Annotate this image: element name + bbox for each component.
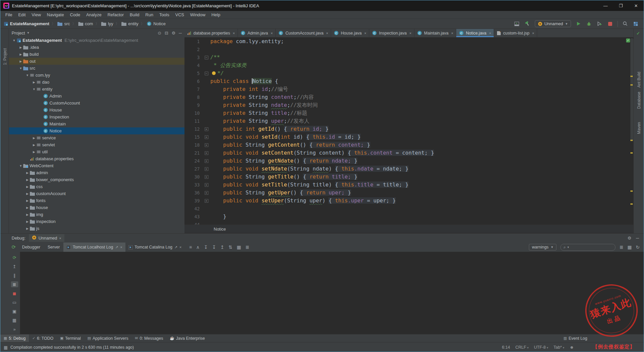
minimize-button[interactable]: — <box>598 0 613 11</box>
editor-tab-notice-java[interactable]: CNotice.java× <box>456 29 494 37</box>
tree-expanded-arrow[interactable]: ▼ <box>12 39 17 42</box>
fold-marker[interactable]: + <box>202 173 210 181</box>
tree-row-inspection[interactable]: CInspection <box>9 113 184 120</box>
fold-marker[interactable]: + <box>202 181 210 189</box>
tree-row-util[interactable]: ▶util <box>9 148 184 155</box>
status-widget-line-ending[interactable]: CRLF▾ <box>515 345 529 350</box>
debug-right-icon-1[interactable]: ▦ <box>627 245 632 250</box>
tree-row-dao[interactable]: ▶dao <box>9 79 184 86</box>
fold-marker[interactable]: − <box>202 69 210 77</box>
console-toolbar-icon-3[interactable]: ↧ <box>212 245 216 250</box>
console-toolbar-icon-2[interactable]: ↧ <box>204 245 208 250</box>
menu-file[interactable]: File <box>2 11 15 19</box>
editor-breadcrumb-item[interactable]: Notice <box>214 227 226 232</box>
editor-tab-customaccount-java[interactable]: CCustomAccount.java× <box>276 29 331 37</box>
tree-row-admin[interactable]: ▶admin <box>9 169 184 176</box>
tree-row-notice[interactable]: CNotice <box>9 127 184 134</box>
menu-run[interactable]: Run <box>142 11 156 19</box>
editor-tab-admin-java[interactable]: CAdmin.java× <box>238 29 276 37</box>
ph-settings-gear-icon[interactable]: ⚙ <box>172 31 176 35</box>
menu-view[interactable]: View <box>29 11 44 19</box>
debugger-action-icon-5[interactable]: ▭ <box>11 299 18 305</box>
tree-row-service[interactable]: ▶service <box>9 134 184 141</box>
menu-tools[interactable]: Tools <box>156 11 172 19</box>
tree-row-fonts[interactable]: ▶fonts <box>9 197 184 204</box>
tree-row-servlet[interactable]: ▶servlet <box>9 141 184 148</box>
menu-window[interactable]: Window <box>187 11 208 19</box>
tool-button-ant-build[interactable]: Ant Build <box>637 68 641 88</box>
tree-row-database-properties[interactable]: database.properties <box>9 155 184 162</box>
tree-row-maintain[interactable]: CMaintain <box>9 120 184 127</box>
editor-tab-database-properties[interactable]: database.properties× <box>184 29 238 37</box>
tab-close-icon[interactable]: × <box>233 31 235 35</box>
console-output[interactable] <box>20 252 644 334</box>
show-toolwindows-button[interactable] <box>514 21 520 27</box>
tab-close-icon[interactable]: × <box>451 31 453 35</box>
tree-row-house[interactable]: CHouse <box>9 106 184 113</box>
tree-collapsed-arrow[interactable]: ▶ <box>25 213 30 216</box>
tree-collapsed-arrow[interactable]: ▶ <box>25 227 30 230</box>
tab-close-icon[interactable]: × <box>364 31 366 35</box>
editor-tab-custom-list-jsp[interactable]: custom-list.jsp× <box>494 29 537 37</box>
log-tab-tomcat-catalina-log[interactable]: Tomcat Catalina Log↗× <box>125 243 185 252</box>
menu-analyze[interactable]: Analyze <box>83 11 105 19</box>
menu-edit[interactable]: Edit <box>15 11 29 19</box>
debugger-action-icon-8[interactable]: » <box>11 326 18 332</box>
status-widget-encoding[interactable]: UTF-8▾ <box>534 345 548 350</box>
hector-icon[interactable]: ☻ <box>570 345 574 350</box>
tree-collapsed-arrow[interactable]: ▶ <box>32 136 36 140</box>
debugger-action-icon-3[interactable]: ≣ <box>11 281 18 287</box>
debugger-action-icon-2[interactable]: ∥ <box>11 272 18 278</box>
run-config-select[interactable]: Unnamed▼ <box>535 20 571 27</box>
tree-row--idea[interactable]: ▶.idea <box>9 44 184 51</box>
toolwindow-button-0-messages[interactable]: ✉0: Messages <box>132 334 167 342</box>
breadcrumb-item-com[interactable]: com <box>78 21 93 26</box>
tree-collapsed-arrow[interactable]: ▶ <box>32 150 36 154</box>
ph-locate-file-icon[interactable]: ⊙ <box>158 31 161 35</box>
ph-collapse-all-icon[interactable]: ⊟ <box>165 31 168 35</box>
tree-row-img[interactable]: ▶img <box>9 211 184 218</box>
tree-collapsed-arrow[interactable]: ▶ <box>25 192 30 195</box>
debug-right-icon-0[interactable]: ≣ <box>619 245 623 250</box>
tool-button-database[interactable]: Database <box>637 89 641 109</box>
tree-row-customaccount[interactable]: ▶customAccount <box>9 190 184 197</box>
build-button[interactable] <box>524 21 531 27</box>
tree-row-com-lyy[interactable]: ▼com.lyy <box>9 72 184 79</box>
toolwindow-button-5-debug[interactable]: ▦5: Debug <box>0 334 29 342</box>
event-log-button[interactable]: ▥ Event Log <box>563 336 644 341</box>
run-button[interactable] <box>575 21 582 27</box>
log-search-input[interactable]: ⌕ ▾ <box>560 244 615 251</box>
tab-close-icon[interactable]: × <box>271 31 273 35</box>
breadcrumb-item-src[interactable]: src <box>57 21 70 26</box>
debugger-action-icon-1[interactable]: ↥ <box>11 263 18 269</box>
close-button[interactable]: ✕ <box>628 0 644 11</box>
project-view-selector[interactable]: Project <box>12 31 25 35</box>
editor-tab-house-java[interactable]: CHouse.java× <box>331 29 369 37</box>
tree-collapsed-arrow[interactable]: ▶ <box>18 53 23 56</box>
breadcrumb-item-notice[interactable]: CNotice <box>147 21 166 26</box>
tree-collapsed-arrow[interactable]: ▶ <box>18 46 23 49</box>
menu-vcs[interactable]: VCS <box>172 11 187 19</box>
tree-expanded-arrow[interactable]: ▼ <box>25 74 30 77</box>
editor-tab-maintain-java[interactable]: CMaintain.java× <box>414 29 456 37</box>
tree-collapsed-arrow[interactable]: ▶ <box>32 143 36 147</box>
stop-button[interactable] <box>607 21 613 27</box>
debug-tab-debugger[interactable]: Debugger <box>19 243 44 252</box>
debug-button[interactable] <box>586 21 592 27</box>
tab-close-icon[interactable]: × <box>409 31 411 35</box>
status-widget-indent[interactable]: Tab*▾ <box>553 345 564 350</box>
menu-navigate[interactable]: Navigate <box>44 11 67 19</box>
maximize-button[interactable]: ❐ <box>613 0 628 11</box>
tab-close-icon[interactable]: × <box>326 31 328 35</box>
console-toolbar-icon-6[interactable]: ▦ <box>237 245 241 250</box>
tree-row-house[interactable]: ▶house <box>9 204 184 211</box>
console-toolbar-icon-0[interactable]: ≡ <box>189 245 192 250</box>
tree-row-js[interactable]: ▶js <box>9 225 184 232</box>
tree-row-admin[interactable]: CAdmin <box>9 93 184 100</box>
log-tab-tomcat-localhost-log[interactable]: Tomcat Localhost Log↗× <box>63 243 125 252</box>
tree-collapsed-arrow[interactable]: ▶ <box>25 199 30 202</box>
fold-marker[interactable]: + <box>202 125 210 133</box>
console-toolbar-icon-1[interactable]: ∧ <box>196 245 199 250</box>
fold-marker[interactable]: + <box>202 149 210 157</box>
tree-collapsed-arrow[interactable]: ▶ <box>25 185 30 188</box>
